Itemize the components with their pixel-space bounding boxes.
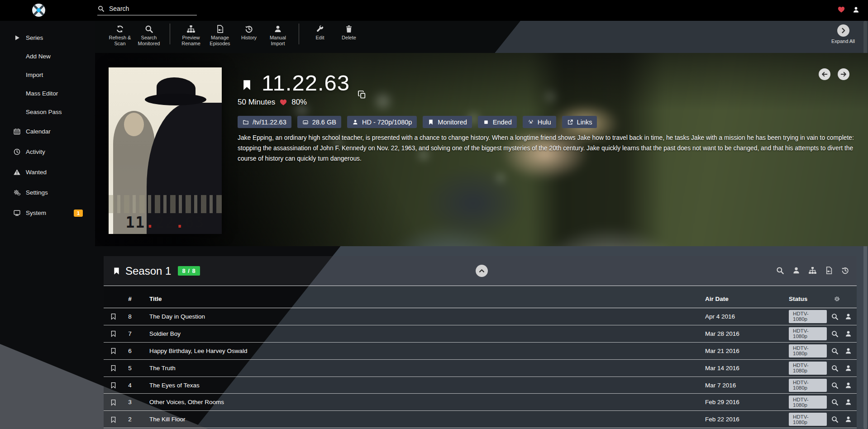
user-icon[interactable] xyxy=(852,6,860,14)
episode-monitored-bookmark-icon[interactable] xyxy=(110,399,117,406)
episode-quality-badge: HDTV-1080p xyxy=(789,379,827,392)
header-air-date: Air Date xyxy=(702,296,782,308)
sidebar-item-add-new[interactable]: Add New xyxy=(0,47,95,66)
sidebar-item-calendar[interactable]: Calendar xyxy=(0,121,95,142)
episode-search-icon[interactable] xyxy=(831,398,839,406)
episode-monitored-bookmark-icon[interactable] xyxy=(110,416,117,423)
episode-monitored-bookmark-icon[interactable] xyxy=(110,365,117,372)
episode-rows: 8 The Day in Question Apr 4 2016 HDTV-10… xyxy=(104,308,857,428)
episode-interactive-search-icon[interactable] xyxy=(844,415,852,423)
table-options-gear-icon[interactable] xyxy=(834,296,840,302)
preview-rename-button[interactable]: Preview Rename xyxy=(176,21,205,47)
episode-search-icon[interactable] xyxy=(831,364,839,372)
season-interactive-search-icon[interactable] xyxy=(792,266,801,275)
sidebar-item-import[interactable]: Import xyxy=(0,66,95,84)
episode-air-date: Mar 28 2016 xyxy=(702,330,782,337)
donate-heart-icon[interactable] xyxy=(837,5,845,14)
sidebar-item-settings[interactable]: Settings xyxy=(0,182,95,203)
edit-button[interactable]: Edit xyxy=(305,21,334,41)
series-badge-links[interactable]: Links xyxy=(562,116,597,128)
episode-interactive-search-icon[interactable] xyxy=(844,364,852,372)
manage-episodes-button[interactable]: Manage Episodes xyxy=(205,21,234,47)
collapse-season-button[interactable] xyxy=(476,265,488,277)
episode-interactive-search-icon[interactable] xyxy=(844,313,852,320)
external-icon xyxy=(567,119,573,125)
series-badge-label: 28.6 GB xyxy=(312,119,336,126)
episode-air-date: Apr 4 2016 xyxy=(702,313,782,320)
season-rename-icon[interactable] xyxy=(808,266,817,275)
sidebar-item-activity[interactable]: Activity xyxy=(0,142,95,162)
next-series-button[interactable] xyxy=(838,68,849,80)
series-badge--tv-11-22-63: /tv/11.22.63 xyxy=(238,116,291,128)
sidebar-item-wanted[interactable]: Wanted xyxy=(0,162,95,182)
toolbar-divider xyxy=(299,24,299,44)
episode-number: 8 xyxy=(123,313,137,320)
episode-title[interactable]: Happy Birthday, Lee Harvey Oswald xyxy=(137,348,702,354)
broadcast-icon xyxy=(528,119,534,125)
episode-row: 2 The Kill Floor Feb 22 2016 HDTV-1080p xyxy=(104,411,857,428)
toolbar-button-label: Manual Import xyxy=(263,35,292,47)
toolbar-button-label: Edit xyxy=(316,35,324,41)
expand-all-button[interactable]: Expand All xyxy=(827,24,859,44)
season-monitored-bookmark-icon[interactable] xyxy=(112,264,121,278)
rating-value: 80% xyxy=(291,98,307,107)
episode-title[interactable]: The Truth xyxy=(137,365,702,372)
top-bar xyxy=(0,0,868,21)
sidebar-item-mass-editor[interactable]: Mass Editor xyxy=(0,84,95,103)
season-search-icon[interactable] xyxy=(776,266,784,275)
episode-title[interactable]: The Eyes of Texas xyxy=(137,382,702,389)
calendar-icon xyxy=(13,128,21,135)
episode-interactive-search-icon[interactable] xyxy=(844,330,852,338)
header-title: Title xyxy=(137,296,702,308)
expand-all-label: Expand All xyxy=(831,38,855,44)
refresh-scan-button[interactable]: Refresh & Scan xyxy=(105,21,134,47)
episode-monitored-bookmark-icon[interactable] xyxy=(110,348,117,354)
episode-interactive-search-icon[interactable] xyxy=(844,347,852,355)
sonarr-logo-icon[interactable] xyxy=(31,3,46,18)
episode-title[interactable]: Other Voices, Other Rooms xyxy=(137,399,702,405)
season-episode-count-badge: 8 / 8 xyxy=(178,266,200,276)
toolbar: Refresh & ScanSearch MonitoredPreview Re… xyxy=(95,21,868,53)
toolbar-divider xyxy=(170,24,170,44)
episode-title[interactable]: The Kill Floor xyxy=(137,416,702,423)
series-title: 11.22.63 xyxy=(262,70,350,95)
episode-search-icon[interactable] xyxy=(831,330,839,338)
drive-icon xyxy=(302,119,309,125)
manual-import-button[interactable]: Manual Import xyxy=(263,21,292,47)
season-history-icon[interactable] xyxy=(841,266,849,275)
episode-title[interactable]: The Day in Question xyxy=(137,313,702,320)
episode-air-date: Mar 21 2016 xyxy=(702,348,782,354)
sidebar-item-label: Series xyxy=(26,34,43,41)
episode-interactive-search-icon[interactable] xyxy=(844,381,852,389)
episode-search-icon[interactable] xyxy=(831,415,839,423)
sidebar-item-series[interactable]: Series xyxy=(0,28,95,47)
search-monitored-button[interactable]: Search Monitored xyxy=(134,21,163,47)
episode-search-icon[interactable] xyxy=(831,313,839,320)
episode-number: 2 xyxy=(123,416,137,423)
header-number: # xyxy=(123,296,137,308)
series-monitored-bookmark-icon[interactable] xyxy=(241,74,253,96)
sidebar-item-label: Activity xyxy=(26,148,45,155)
search-box xyxy=(97,5,197,15)
episode-search-icon[interactable] xyxy=(831,347,839,355)
season-file-icon[interactable] xyxy=(825,266,833,275)
episode-monitored-bookmark-icon[interactable] xyxy=(110,382,117,389)
episode-quality-badge: HDTV-1080p xyxy=(789,327,827,340)
episode-search-icon[interactable] xyxy=(831,381,839,389)
sidebar-item-system[interactable]: System1 xyxy=(0,203,95,223)
delete-button[interactable]: Delete xyxy=(334,21,363,41)
arrow-left-icon xyxy=(821,71,828,78)
episode-title[interactable]: Soldier Boy xyxy=(137,330,702,337)
folder-icon xyxy=(243,119,249,125)
rating-heart-icon xyxy=(279,98,287,106)
toolbar-button-label: Preview Rename xyxy=(176,35,205,47)
history-button[interactable]: History xyxy=(234,21,263,41)
series-badge-monitored: Monitored xyxy=(423,116,472,128)
sidebar-item-season-pass[interactable]: Season Pass xyxy=(0,103,95,121)
episode-monitored-bookmark-icon[interactable] xyxy=(110,313,117,320)
copy-title-icon[interactable] xyxy=(358,90,367,99)
episode-monitored-bookmark-icon[interactable] xyxy=(110,330,117,337)
episode-interactive-search-icon[interactable] xyxy=(844,398,852,406)
previous-series-button[interactable] xyxy=(819,68,830,80)
search-input[interactable] xyxy=(108,5,194,13)
